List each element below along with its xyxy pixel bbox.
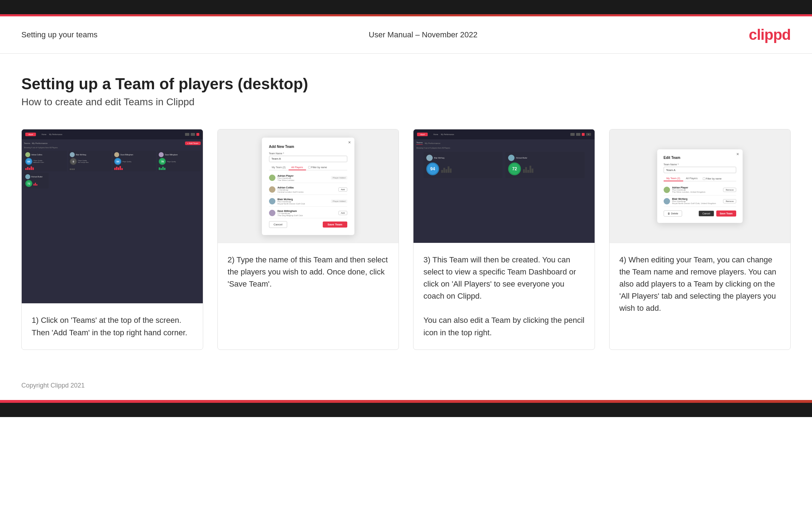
ss3-rbar5: [532, 169, 533, 173]
ss1-p1-avatar: [25, 152, 30, 157]
screenshot-3: clippd Home My Performance ✎ Teams: [413, 129, 595, 243]
edit-player-detail-2: Plus HandicapRoyal North Devon Golf Club…: [672, 200, 721, 204]
ss1-p3-score: 94: [114, 158, 121, 165]
ss1-bar-e1: [33, 184, 35, 186]
ss1-p2-detail: Player QualityNot enough data: [78, 160, 89, 163]
save-team-button[interactable]: Save Team: [323, 222, 347, 228]
filter-checkbox[interactable]: [308, 166, 311, 169]
ss1-filter-label: Showing 4 out of 4 players from All Play…: [24, 146, 201, 149]
ss1-p4-bars: [159, 166, 199, 170]
ss1-p2-avatar: [70, 152, 75, 157]
ss3-ctrl2: [576, 133, 580, 136]
card-1: clippd Home My Performance Teams · My Pe…: [21, 129, 203, 350]
edit-player-row-1: Adrian Player Plus HandicapThe Shire Lon…: [664, 184, 736, 196]
player-add-btn-2[interactable]: Add: [338, 187, 347, 192]
ss1-bar4: [31, 166, 32, 170]
header: Setting up your teams User Manual – Nove…: [0, 16, 812, 54]
edit-player-detail-1: Plus HandicapThe Shire London, United Ki…: [672, 189, 721, 193]
ss3-blair-bars: [441, 165, 452, 173]
ss1-p2-bars: [70, 166, 110, 170]
ss1-player3: Dave Billingham 94 Player Quality: [113, 151, 156, 171]
player-avatar-2: [269, 186, 275, 193]
player-add-btn-4[interactable]: Add: [338, 211, 347, 215]
trash-icon: 🗑: [668, 212, 670, 215]
ss1-bar-c1: [114, 168, 116, 170]
edit-player-name-2: Blair McHarg: [672, 198, 721, 200]
ss1-bar5: [32, 167, 34, 170]
player-avatar-3: [269, 198, 275, 204]
edit-save-team-button[interactable]: Save Team: [716, 210, 736, 217]
tab-my-team[interactable]: My Team (2): [269, 165, 289, 170]
player-info-2: Adrian Coliba 1 HandicapCentral London G…: [278, 186, 336, 193]
modal-close-icon[interactable]: ✕: [348, 140, 351, 144]
ss1-player1: Adrian Collins 84 Player QualityAttainab…: [24, 151, 67, 171]
ss1-add-team-btn[interactable]: + Add Team: [185, 142, 201, 145]
player-row-4: Dave Billingham 1.5 HandicapThe Dog Magi…: [269, 208, 347, 218]
ss1-p2-name: Blair McHarg: [76, 154, 86, 156]
ss3-bbar3: [445, 169, 447, 173]
ss1-p5-avatar: [25, 174, 30, 179]
ss1-content: Teams · My Performance + Add Team Showin…: [22, 139, 203, 191]
ss3-bbar4: [448, 166, 449, 173]
ss1-bar-d3: [162, 167, 164, 170]
player-name-2: Adrian Coliba: [278, 186, 336, 189]
ss3-pencil-icon[interactable]: ✎: [586, 133, 591, 136]
card-2-text: 2) Type the name of this Team and then s…: [218, 243, 399, 349]
ss3-player-richard: Richard Butler 72: [505, 152, 584, 178]
tab-all-players[interactable]: All Players: [289, 165, 306, 170]
team-name-input[interactable]: Team A: [269, 156, 347, 162]
ss1-bar-c4: [120, 166, 121, 170]
ss1-nav-controls: [185, 133, 199, 136]
player-avatar-1: [269, 175, 275, 181]
ss3-tab-row: Teams My Performance: [416, 142, 592, 145]
edit-team-name-input[interactable]: Team A: [664, 167, 736, 173]
ss1-bar3: [29, 168, 30, 170]
edit-cancel-button[interactable]: Cancel: [698, 210, 714, 217]
ss1-p1-score-row: 84 Player QualityAttainable Lower: [25, 158, 65, 165]
ss3-nav-controls: ✎: [570, 133, 591, 136]
header-center-text: User Manual – November 2022: [369, 30, 478, 39]
remove-player-1-button[interactable]: Remove: [723, 188, 736, 192]
edit-footer-right: Cancel Save Team: [698, 210, 736, 217]
ss1-p5-score: 72: [25, 180, 32, 187]
player-info-3: Blair McHarg Plus HandicapRoyal North De…: [278, 198, 329, 205]
player-status-3: Player Added: [331, 199, 347, 203]
delete-team-button[interactable]: 🗑 Delete: [664, 210, 682, 217]
ss1-nav: clippd Home My Performance: [22, 129, 203, 139]
header-left-text: Setting up your teams: [21, 30, 97, 39]
edit-tab-my-team[interactable]: My Team (2): [664, 176, 683, 181]
player-name-1: Adrian Player: [278, 175, 329, 177]
cards-row: clippd Home My Performance Teams · My Pe…: [21, 129, 791, 350]
ss1-p1-header: Adrian Collins: [25, 152, 65, 157]
page-subtitle: How to create and edit Teams in Clippd: [21, 96, 791, 108]
ss1-p4-score-row: 78 Player Quality: [159, 158, 199, 165]
player-info-4: Dave Billingham 1.5 HandicapThe Dog Magi…: [278, 210, 336, 217]
ss3-logo: clippd: [417, 133, 428, 136]
edit-team-name-label: Team Name *: [664, 163, 736, 166]
ss3-tab-perf[interactable]: My Performance: [425, 142, 441, 144]
cancel-button[interactable]: Cancel: [269, 221, 287, 228]
add-team-modal: Add New Team ✕ Team Name * Team A My Tea…: [262, 138, 354, 235]
ss1-bar-b3: [73, 169, 75, 170]
player-list: Adrian Player Plus HandicapThe Shire Lon…: [269, 173, 347, 218]
ss3-richard-avatar: [508, 155, 515, 161]
copyright-text: Copyright Clippd 2021: [21, 382, 85, 389]
ss3-richard-body: 72: [508, 162, 581, 175]
player-row-3: Blair McHarg Plus HandicapRoyal North De…: [269, 197, 347, 207]
ss1-p4-score: 78: [159, 158, 166, 165]
ss3-tab-teams[interactable]: Teams: [416, 142, 423, 145]
ss3-ctrl3: [582, 133, 585, 136]
ss3-player-blair: Blair McHarg 94: [423, 152, 502, 178]
ss1-p4-avatar: [159, 152, 164, 157]
edit-modal-close-icon[interactable]: ✕: [736, 152, 739, 156]
edit-player-list: Adrian Player Plus HandicapThe Shire Lon…: [664, 184, 736, 207]
ss1-p5-bars: [33, 181, 37, 186]
ss3-nav-item1: Home: [433, 133, 438, 135]
edit-tab-all-players[interactable]: All Players: [683, 176, 701, 181]
ss1-p3-score-row: 94 Player Quality: [114, 158, 154, 165]
ss1-bar-e3: [36, 184, 37, 186]
edit-modal-footer: 🗑 Delete Cancel Save Team: [664, 210, 736, 217]
ss1-player2: Blair McHarg 0 Player QualityNot enough …: [68, 151, 111, 171]
remove-player-2-button[interactable]: Remove: [723, 199, 736, 203]
edit-filter-checkbox[interactable]: [703, 177, 705, 180]
